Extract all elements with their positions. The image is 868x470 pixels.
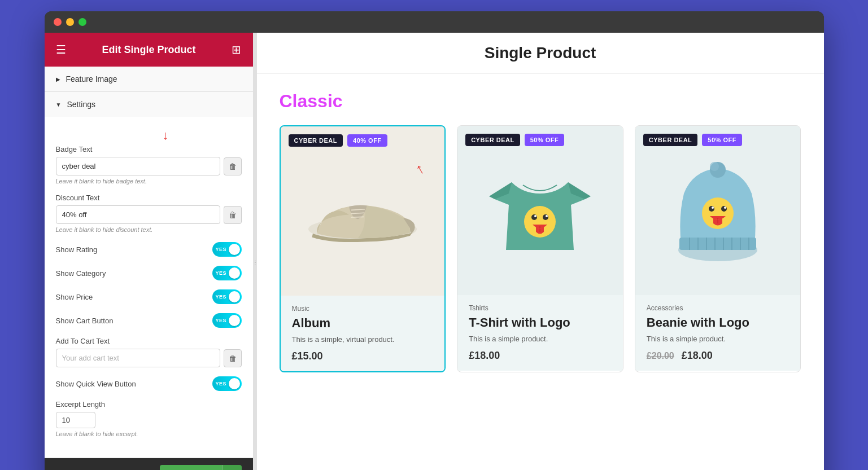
badge-text-input-group: 🗑 [56,157,242,175]
browser-window: ☰ Edit Single Product ⊞ ▶ Feature Image … [45,11,824,470]
publish-dropdown-button[interactable]: ▼ [222,465,242,470]
settings-content: ↓ Badge Text 🗑 Leave it blank to hide ba… [45,117,253,458]
show-quick-view-row: Show Quick View Button YES [56,376,242,391]
toggle-knob [229,244,240,255]
svg-point-8 [546,215,548,217]
show-rating-label: Show Rating [56,245,98,254]
show-cart-button-row: Show Cart Button YES [56,313,242,328]
svg-point-26 [724,207,726,209]
product-badges-2: CYBER DEAL 50% OFF [643,134,742,146]
badge-discount-1: 50% OFF [525,134,565,146]
toggle-yes-text: YES [216,247,227,252]
product-info-2: Accessories Beanie with Logo This is a s… [635,295,801,371]
svg-rect-11 [679,238,756,250]
badge-cyber-2: CYBER DEAL [643,134,698,146]
svg-point-5 [531,214,537,220]
badge-cyber-1: CYBER DEAL [465,134,520,146]
excerpt-length-input[interactable] [56,412,95,428]
product-info-0: Music Album This is a simple, virtual pr… [281,296,445,371]
chevron-right-icon: ▶ [56,76,60,82]
product-image-area-2: CYBER DEAL 50% OFF [635,126,801,295]
show-rating-toggle[interactable]: YES [212,242,242,257]
browser-titlebar [45,11,824,33]
excerpt-length-label: Excerpt Length [56,400,242,408]
tshirt-image [478,148,602,273]
minimize-button[interactable] [66,18,74,26]
svg-line-3 [351,217,364,217]
product-excerpt-0: This is a simple, virtual product. [292,335,434,344]
sidebar-header: ☰ Edit Single Product ⊞ [45,33,253,67]
feature-image-header[interactable]: ▶ Feature Image [45,67,253,91]
product-card-2: CYBER DEAL 50% OFF [635,125,801,372]
show-category-row: Show Category YES [56,266,242,280]
show-cart-button-label: Show Cart Button [56,317,114,325]
product-image-area-0: CYBER DEAL 40% OFF ↑ [281,126,445,296]
feature-image-label: Feature Image [66,74,117,84]
feature-image-panel: ▶ Feature Image [45,67,253,92]
product-badges-0: CYBER DEAL 40% OFF [289,134,387,147]
grid-icon[interactable]: ⊞ [232,43,241,56]
add-to-cart-text-row: Add To Cart Text 🗑 [56,337,242,367]
main-content: Single Product Classic CYBER DEAL 40% OF… [257,33,824,462]
price-sale-2: £18.00 [682,350,713,361]
badge-text-hint: Leave it blank to hide badge text. [56,178,242,185]
product-price-2: £20.00 £18.00 [647,350,790,362]
publish-button[interactable]: PUBLISH [160,465,221,470]
main-body: Classic CYBER DEAL 40% OFF ↑ [257,74,824,389]
badge-text-clear-button[interactable]: 🗑 [224,157,242,175]
show-price-row: Show Price YES [56,289,242,304]
sidebar: ☰ Edit Single Product ⊞ ▶ Feature Image … [45,33,254,470]
badge-text-input[interactable] [56,157,220,175]
svg-point-21 [710,162,719,171]
toggle-knob-5 [229,378,240,389]
show-category-label: Show Category [56,269,106,278]
badge-cyber-0: CYBER DEAL [289,134,343,147]
toggle-yes-text-4: YES [216,318,227,323]
toggle-yes-text-5: YES [216,381,227,386]
discount-text-input[interactable] [56,205,220,224]
add-to-cart-clear-button[interactable]: 🗑 [224,349,242,367]
add-to-cart-text-input[interactable] [56,349,220,367]
product-card-0: CYBER DEAL 40% OFF ↑ [280,125,446,372]
price-original-2: £20.00 [647,351,674,361]
toggle-yes-text-3: YES [216,294,227,300]
show-category-toggle[interactable]: YES [212,266,242,280]
sidebar-body: ▶ Feature Image ▼ Settings ↓ [45,67,253,458]
chevron-down-icon: ▼ [56,102,62,108]
beanie-image [661,148,774,273]
shoe-image [295,160,430,262]
product-excerpt-1: This is a simple product. [469,335,612,343]
product-name-0: Album [292,316,434,331]
settings-label: Settings [67,100,95,109]
svg-point-7 [534,215,536,217]
show-rating-row: Show Rating YES [56,242,242,257]
toggle-knob-4 [229,315,240,326]
badge-text-row: Badge Text 🗑 Leave it blank to hide badg… [56,145,242,185]
hamburger-icon[interactable]: ☰ [56,43,66,56]
product-price-0: £15.00 [292,350,434,362]
settings-header[interactable]: ▼ Settings [45,92,253,117]
publish-group: PUBLISH ▼ [160,465,241,470]
products-grid: CYBER DEAL 40% OFF ↑ [280,125,801,372]
browser-content: ☰ Edit Single Product ⊞ ▶ Feature Image … [45,33,824,470]
product-excerpt-2: This is a simple product. [647,335,790,343]
sidebar-title: Edit Single Product [102,44,195,56]
close-button[interactable] [54,18,62,26]
show-quick-view-label: Show Quick View Button [56,380,136,388]
badge-text-label: Badge Text [56,145,242,153]
show-price-toggle[interactable]: YES [212,289,242,304]
show-cart-button-toggle[interactable]: YES [212,313,242,328]
toggle-yes-text-2: YES [216,270,227,276]
show-quick-view-toggle[interactable]: YES [212,376,242,391]
badge-discount-0: 40% OFF [347,134,387,147]
page-title: Single Product [268,44,813,62]
svg-point-23 [709,206,714,212]
maximize-button[interactable] [78,18,86,26]
product-category-0: Music [292,305,434,313]
settings-panel: ▼ Settings ↓ Badge Text [45,92,253,458]
discount-text-clear-button[interactable]: 🗑 [224,206,242,224]
product-name-1: T-Shirt with Logo [469,315,612,330]
svg-point-25 [712,207,714,209]
product-image-area-1: CYBER DEAL 50% OFF [457,126,623,295]
main-header: Single Product [257,33,824,74]
